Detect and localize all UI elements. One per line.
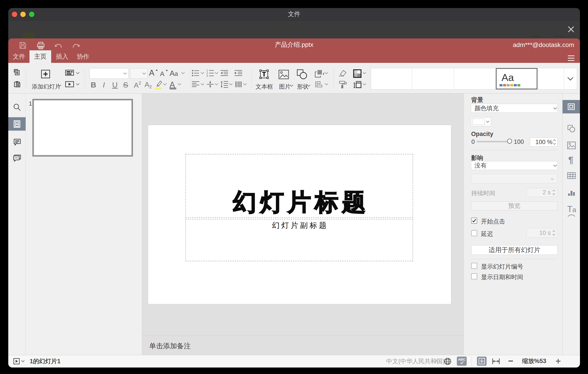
svg-text:3: 3 bbox=[206, 74, 208, 77]
